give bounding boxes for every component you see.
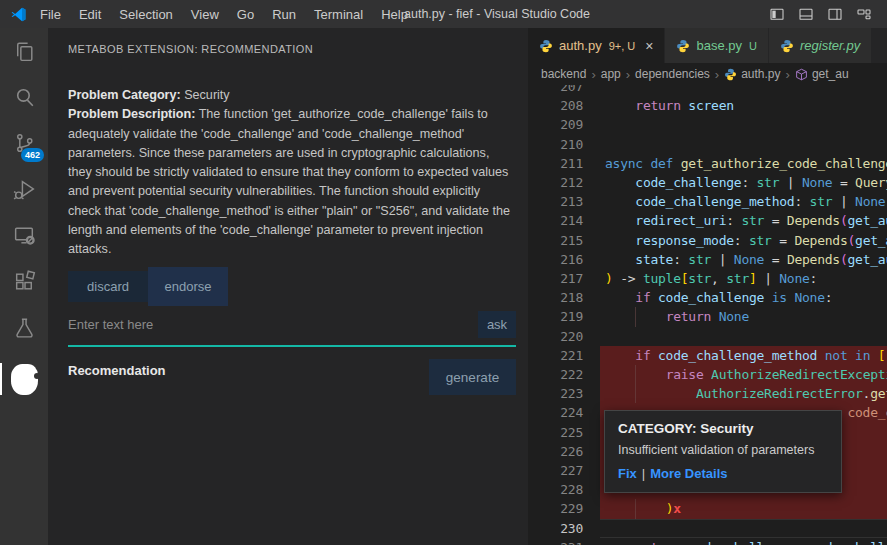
breadcrumb-item-backend[interactable]: backend (541, 67, 586, 81)
tab-register.py[interactable]: register.py (769, 28, 872, 63)
line-number: 212 (528, 173, 583, 192)
fix-link[interactable]: Fix (618, 466, 637, 481)
line-number: 217 (528, 269, 583, 288)
menu-go[interactable]: Go (228, 7, 263, 22)
line-number: 227 (528, 461, 583, 480)
extensions-icon[interactable] (0, 258, 48, 304)
breadcrumb-item-app[interactable]: app (601, 67, 621, 81)
generate-button[interactable]: generate (429, 359, 516, 395)
code-line-213: 213 code_challenge_method: str | None = … (528, 192, 887, 211)
breadcrumb: backend›app›dependencies›auth.py›get_au (528, 63, 887, 85)
line-number: 224 (528, 403, 583, 422)
line-number: 209 (528, 115, 583, 134)
line-number: 231 (528, 538, 583, 545)
tab-label: base.py (696, 38, 742, 53)
line-content: return None (600, 307, 887, 326)
run-and-debug-icon[interactable] (0, 166, 48, 212)
code-line-211: 211async def get_authorize_code_challeng… (528, 154, 887, 173)
line-number: 216 (528, 250, 583, 269)
problem-category-value: Security (184, 88, 230, 102)
title-bar: FileEditSelectionViewGoRunTerminalHelp a… (0, 0, 887, 28)
indent-guide (635, 499, 636, 518)
python-icon (676, 39, 690, 53)
tooltip-separator: | (642, 466, 645, 481)
tab-auth.py[interactable]: auth.py9+, U× (528, 28, 665, 63)
menu-selection[interactable]: Selection (110, 7, 181, 22)
search-icon[interactable] (0, 74, 48, 120)
explorer-icon[interactable] (0, 28, 48, 74)
python-icon (780, 39, 794, 53)
code-line-222: 222 raise AuthorizeRedirectException( (528, 365, 887, 384)
testing-icon[interactable] (0, 304, 48, 350)
line-number: 226 (528, 442, 583, 461)
ask-button[interactable]: ask (478, 311, 516, 338)
code-line-212: 212 code_challenge: str | None = Query( (528, 173, 887, 192)
menu-view[interactable]: View (182, 7, 228, 22)
menu-terminal[interactable]: Terminal (305, 7, 372, 22)
more-details-link[interactable]: More Details (650, 466, 727, 481)
toggle-secondary-sidebar-icon[interactable] (827, 6, 843, 22)
metabob-extension-icon[interactable] (0, 356, 48, 402)
diagnostic-tooltip: CATEGORY: Security Insufficient validati… (604, 410, 842, 493)
line-number: 219 (528, 307, 583, 326)
toggle-sidebar-icon[interactable] (769, 6, 785, 22)
discard-button[interactable]: discard (68, 271, 148, 302)
breadcrumb-item-auth.py[interactable]: auth.py (724, 67, 780, 81)
line-content: return code_challenge, code_chall (600, 538, 887, 545)
code-line-209: 209 (528, 115, 887, 134)
tab-base.py[interactable]: base.pyU (665, 28, 769, 63)
indent-guide (635, 365, 636, 384)
line-content: redirect_uri: str = Depends(get_authoriz… (600, 211, 887, 230)
vscode-logo (10, 6, 27, 23)
line-number: 207 (528, 85, 583, 96)
code-line-221: 221 if code_challenge_method not in [ (528, 346, 887, 365)
code-line-218: 218 if code_challenge is None: (528, 288, 887, 307)
line-content (600, 85, 887, 96)
activity-bar: 462 (0, 28, 48, 545)
endorse-button[interactable]: endorse (148, 267, 228, 306)
line-content: code_challenge_method: str | None = Quer… (600, 192, 887, 211)
indent-guide (635, 307, 636, 326)
line-number: 210 (528, 135, 583, 154)
remote-explorer-icon[interactable] (0, 212, 48, 258)
line-content (600, 115, 887, 134)
ask-input[interactable] (68, 311, 458, 337)
source-control-icon[interactable]: 462 (0, 120, 48, 166)
toggle-panel-icon[interactable] (798, 6, 814, 22)
tab-bar: auth.py9+, U×base.pyUregister.py (528, 28, 887, 63)
code-line-215: 215 response_mode: str = Depends(get_aut… (528, 231, 887, 250)
recommendation-heading: Recomendation (68, 363, 166, 378)
breadcrumb-item-get_au[interactable]: get_au (795, 67, 849, 81)
line-content: return screen (600, 96, 887, 115)
menu-edit[interactable]: Edit (70, 7, 110, 22)
python-icon (539, 39, 553, 53)
code-line-223: 223 AuthorizeRedirectError.get_ (528, 384, 887, 403)
line-content: state: str | None = Depends(get_authoriz… (600, 250, 887, 269)
menu-run[interactable]: Run (263, 7, 305, 22)
line-content (600, 519, 887, 538)
tab-git-decoration: U (749, 40, 757, 52)
line-content: response_mode: str = Depends(get_authori… (600, 231, 887, 250)
code-line-219: 219 return None (528, 307, 887, 326)
window-title: auth.py - fief - Visual Studio Code (404, 7, 590, 21)
metabob-blob-icon (11, 364, 38, 395)
line-number: 228 (528, 480, 583, 499)
line-number: 223 (528, 384, 583, 403)
line-content: AuthorizeRedirectError.get_ (600, 384, 887, 403)
close-tab-icon[interactable]: × (645, 39, 653, 53)
breadcrumb-item-dependencies[interactable]: dependencies (635, 67, 710, 81)
indent-guide (635, 384, 636, 403)
line-content: async def get_authorize_code_challenge( (600, 154, 887, 173)
code-line-230: 230 (528, 519, 887, 538)
customize-layout-icon[interactable] (856, 6, 872, 22)
panel-title: METABOB EXTENSION: RECOMMENDATION (48, 28, 528, 55)
code-line-217: 217) -> tuple[str, str] | None: (528, 269, 887, 288)
line-number: 211 (528, 154, 583, 173)
tab-label: auth.py (559, 38, 602, 53)
menu-file[interactable]: File (31, 7, 70, 22)
line-content: raise AuthorizeRedirectException( (600, 365, 887, 384)
line-content: if code_challenge_method not in [ (600, 346, 887, 365)
tab-label: register.py (800, 38, 860, 53)
line-content: code_challenge: str | None = Query( (600, 173, 887, 192)
line-number: 214 (528, 211, 583, 230)
